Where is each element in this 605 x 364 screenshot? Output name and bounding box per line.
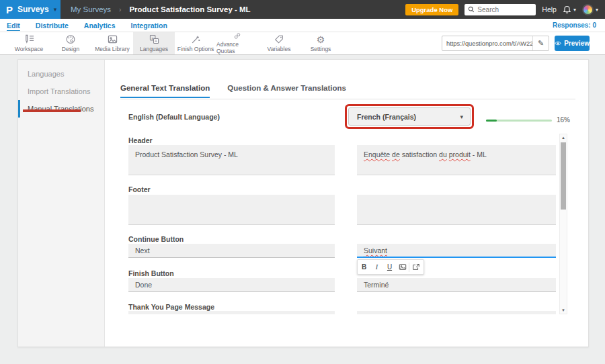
field-target-finish-button[interactable]: Terminé xyxy=(357,278,556,292)
field-label-footer: Footer xyxy=(128,185,151,193)
sidebar-item-manual-translations[interactable]: Manual Translations xyxy=(18,100,104,118)
translations-panel: Languages Import Translations Manual Tra… xyxy=(17,59,589,347)
field-target-header[interactable]: Enquête de satisfaction du produit - ML xyxy=(357,145,556,175)
breadcrumb-separator: › xyxy=(119,6,121,13)
nav-analytics[interactable]: Analytics xyxy=(84,21,116,30)
field-source-continue-button[interactable]: Next xyxy=(128,244,335,258)
preview-button[interactable]: Preview xyxy=(555,36,590,51)
field-source-header[interactable]: Product Satisfaction Survey - ML xyxy=(128,145,335,175)
section-nav: Edit Distribute Analytics Integration Re… xyxy=(0,19,605,32)
toolbar-media-library[interactable]: Media Library xyxy=(91,32,133,54)
nav-edit[interactable]: Edit xyxy=(7,21,20,30)
workspace-icon xyxy=(24,34,35,44)
chain-link-icon xyxy=(232,32,243,40)
translations-sidebar: Languages Import Translations Manual Tra… xyxy=(18,60,105,347)
field-label-thank-you-page: Thank You Page Message xyxy=(128,303,214,311)
survey-url[interactable]: https://questionpro.com/t/AW22Zd1S1 xyxy=(442,40,532,47)
image-icon xyxy=(107,34,118,44)
bell-icon xyxy=(563,5,571,14)
progress-percent-label: 16% xyxy=(557,116,570,124)
image-icon xyxy=(399,263,407,271)
magic-wand-icon xyxy=(190,34,201,44)
notifications-menu[interactable]: ▾ xyxy=(563,5,576,14)
scroll-down-arrow[interactable]: ▼ xyxy=(560,307,567,314)
tag-icon xyxy=(274,34,284,44)
search-icon xyxy=(468,6,475,13)
survey-url-box: https://questionpro.com/t/AW22Zd1S1 ✎ xyxy=(442,36,549,51)
nav-distribute[interactable]: Distribute xyxy=(36,21,69,30)
source-language-label: English (Default Language) xyxy=(128,113,220,121)
tab-general-text-translation[interactable]: General Text Translation xyxy=(120,84,210,98)
vertical-scrollbar[interactable]: ▲ ▼ xyxy=(559,134,567,314)
edit-toolbar: Workspace Design Media Library aA Langua… xyxy=(0,32,605,55)
eye-icon xyxy=(555,40,561,46)
field-source-finish-button[interactable]: Done xyxy=(128,278,335,292)
top-header-bar: P Surveys ▾ My Surveys › Product Satisfa… xyxy=(0,0,605,19)
toolbar-languages[interactable]: aA Languages xyxy=(133,32,175,54)
target-language-value: French (Français) xyxy=(357,113,460,121)
field-label-continue-button: Continue Button xyxy=(128,235,184,243)
toolbar-advance-quotas[interactable]: Advance Quotas xyxy=(216,32,258,54)
underline-button[interactable]: U xyxy=(383,260,396,274)
palette-icon xyxy=(65,34,76,44)
insert-image-button[interactable] xyxy=(396,260,409,274)
account-menu[interactable]: ▾ xyxy=(582,4,598,15)
translation-progress-bar xyxy=(486,120,552,122)
field-label-header: Header xyxy=(128,136,153,144)
chevron-down-icon: ▾ xyxy=(54,6,57,13)
toolbar-workspace[interactable]: Workspace xyxy=(8,32,50,54)
scrollbar-thumb[interactable] xyxy=(561,142,566,210)
responses-count[interactable]: Responses: 0 xyxy=(553,21,596,29)
sidebar-item-languages[interactable]: Languages xyxy=(18,65,104,83)
tab-question-answer-translations[interactable]: Question & Answer Translations xyxy=(227,84,346,98)
field-target-thank-you-page[interactable] xyxy=(357,311,556,314)
gear-icon: ⚙ xyxy=(317,35,325,44)
external-link-icon xyxy=(412,263,420,271)
pencil-icon: ✎ xyxy=(538,39,544,48)
field-target-continue-button[interactable]: Suivant xyxy=(357,244,556,258)
help-link[interactable]: Help xyxy=(542,5,557,13)
breadcrumb: My Surveys › Product Satisfaction Survey… xyxy=(71,5,251,13)
bold-button[interactable]: B xyxy=(358,260,370,274)
tabs-divider xyxy=(120,99,575,99)
annotation-underline-manual-translations xyxy=(23,109,81,112)
edit-url-button[interactable]: ✎ xyxy=(532,36,549,50)
insert-link-button[interactable] xyxy=(409,260,422,274)
rich-text-toolbar: B I U xyxy=(357,259,424,275)
field-source-thank-you-page[interactable] xyxy=(128,311,335,314)
translation-tabs: General Text Translation Question & Answ… xyxy=(120,84,346,98)
toolbar-finish-options[interactable]: Finish Options xyxy=(175,32,216,54)
sidebar-item-import-translations[interactable]: Import Translations xyxy=(18,83,104,100)
toolbar-variables[interactable]: Variables xyxy=(258,32,300,54)
scroll-up-arrow[interactable]: ▲ xyxy=(560,134,567,141)
page-title: Product Satisfaction Survey - ML xyxy=(129,5,250,13)
search-input[interactable] xyxy=(477,6,531,13)
product-name: Surveys xyxy=(17,5,49,14)
italic-button[interactable]: I xyxy=(370,260,383,274)
translate-icon: aA xyxy=(149,34,160,44)
chevron-down-icon: ▾ xyxy=(573,7,576,13)
chevron-down-icon: ▾ xyxy=(596,7,598,13)
chevron-down-icon: ▾ xyxy=(460,113,463,120)
nav-integration[interactable]: Integration xyxy=(131,21,167,30)
toolbar-design[interactable]: Design xyxy=(50,32,91,54)
progress-fill xyxy=(486,120,497,122)
field-source-footer[interactable] xyxy=(128,195,335,225)
field-target-header-text: Enquête de satisfaction du produit - ML xyxy=(364,150,487,158)
product-switcher[interactable]: P Surveys ▾ xyxy=(0,0,61,19)
upgrade-now-button[interactable]: Upgrade Now xyxy=(405,4,458,15)
avatar xyxy=(582,4,594,15)
annotation-box-language-dropdown: French (Français) ▾ xyxy=(345,104,474,129)
field-label-finish-button: Finish Button xyxy=(128,269,174,277)
target-language-dropdown[interactable]: French (Français) ▾ xyxy=(348,107,471,126)
svg-text:A: A xyxy=(155,39,157,43)
toolbar-settings[interactable]: ⚙ Settings xyxy=(300,32,341,54)
breadcrumb-my-surveys[interactable]: My Surveys xyxy=(71,5,111,13)
field-target-footer[interactable] xyxy=(357,195,556,225)
global-search-box[interactable] xyxy=(465,4,536,15)
questionpro-logo-icon: P xyxy=(6,5,13,15)
